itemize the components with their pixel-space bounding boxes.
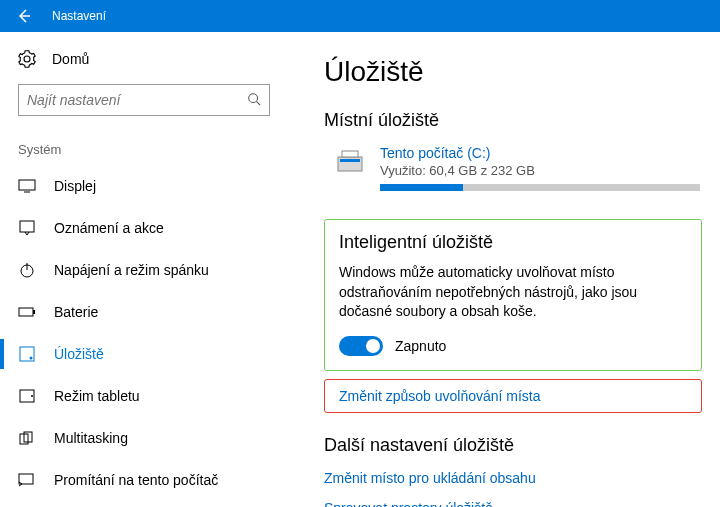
sidebar-item-label: Úložiště bbox=[54, 346, 104, 362]
sidebar-item-label: Displej bbox=[54, 178, 96, 194]
change-save-location-link[interactable]: Změnit místo pro ukládání obsahu bbox=[324, 470, 702, 486]
svg-rect-19 bbox=[342, 151, 358, 157]
svg-rect-3 bbox=[19, 180, 35, 190]
sidebar-item-label: Oznámení a akce bbox=[54, 220, 164, 236]
svg-rect-8 bbox=[19, 308, 33, 316]
local-storage-heading: Místní úložiště bbox=[324, 110, 702, 131]
svg-point-11 bbox=[30, 357, 33, 360]
svg-point-1 bbox=[249, 93, 258, 102]
sidebar-section-label: Systém bbox=[18, 142, 290, 157]
svg-rect-18 bbox=[340, 159, 360, 162]
drive-usage-text: Využito: 60,4 GB z 232 GB bbox=[380, 163, 700, 178]
sidebar-item-battery[interactable]: Baterie bbox=[18, 291, 290, 333]
sidebar-item-storage[interactable]: Úložiště bbox=[18, 333, 290, 375]
more-settings-heading: Další nastavení úložiště bbox=[324, 435, 702, 456]
sidebar-item-multitasking[interactable]: Multitasking bbox=[18, 417, 290, 459]
change-free-space-section: Změnit způsob uvolňování místa bbox=[324, 379, 702, 413]
svg-rect-9 bbox=[33, 310, 35, 314]
multitasking-icon bbox=[18, 431, 36, 445]
svg-line-2 bbox=[257, 101, 261, 105]
drive-name: Tento počítač (C:) bbox=[380, 145, 700, 161]
svg-rect-16 bbox=[19, 474, 33, 484]
smart-storage-section: Inteligentní úložiště Windows může autom… bbox=[324, 219, 702, 371]
display-icon bbox=[18, 179, 36, 193]
sidebar-item-power[interactable]: Napájení a režim spánku bbox=[18, 249, 290, 291]
main-panel: Úložiště Místní úložiště Tento počítač (… bbox=[290, 32, 720, 507]
sidebar-item-label: Baterie bbox=[54, 304, 98, 320]
drive-usage-bar-fill bbox=[380, 184, 463, 191]
sidebar-item-projecting[interactable]: Promítání na tento počítač bbox=[18, 459, 290, 501]
sidebar: Domů Systém Displej Oznámení a akce Napá… bbox=[0, 32, 290, 507]
gear-icon bbox=[18, 50, 36, 68]
sidebar-item-notifications[interactable]: Oznámení a akce bbox=[18, 207, 290, 249]
sidebar-item-label: Režim tabletu bbox=[54, 388, 140, 404]
search-input[interactable] bbox=[27, 92, 247, 108]
drive-icon bbox=[336, 145, 366, 191]
manage-storage-spaces-link[interactable]: Spravovat prostory úložiště bbox=[324, 500, 702, 507]
home-label: Domů bbox=[52, 51, 89, 67]
toggle-knob bbox=[366, 339, 380, 353]
svg-point-13 bbox=[31, 395, 33, 397]
window-title: Nastavení bbox=[48, 9, 106, 23]
sidebar-item-tablet[interactable]: Režim tabletu bbox=[18, 375, 290, 417]
power-icon bbox=[18, 262, 36, 278]
toggle-state-label: Zapnuto bbox=[395, 338, 446, 354]
drive-block[interactable]: Tento počítač (C:) Využito: 60,4 GB z 23… bbox=[324, 145, 702, 191]
notification-icon bbox=[18, 220, 36, 236]
search-box[interactable] bbox=[18, 84, 270, 116]
page-title: Úložiště bbox=[324, 56, 702, 88]
home-button[interactable]: Domů bbox=[18, 50, 290, 68]
svg-rect-5 bbox=[20, 221, 34, 232]
battery-icon bbox=[18, 306, 36, 318]
smart-storage-toggle[interactable] bbox=[339, 336, 383, 356]
smart-storage-heading: Inteligentní úložiště bbox=[339, 232, 687, 253]
project-icon bbox=[18, 473, 36, 487]
sidebar-item-display[interactable]: Displej bbox=[18, 165, 290, 207]
sidebar-item-label: Promítání na tento počítač bbox=[54, 472, 218, 488]
storage-icon bbox=[18, 346, 36, 362]
smart-storage-description: Windows může automaticky uvolňovat místo… bbox=[339, 263, 687, 322]
arrow-left-icon bbox=[16, 8, 32, 24]
sidebar-item-label: Napájení a režim spánku bbox=[54, 262, 209, 278]
sidebar-item-label: Multitasking bbox=[54, 430, 128, 446]
tablet-icon bbox=[18, 389, 36, 403]
change-free-space-link[interactable]: Změnit způsob uvolňování místa bbox=[339, 388, 541, 404]
drive-usage-bar bbox=[380, 184, 700, 191]
back-button[interactable] bbox=[0, 0, 48, 32]
titlebar: Nastavení bbox=[0, 0, 720, 32]
search-icon bbox=[247, 92, 261, 109]
